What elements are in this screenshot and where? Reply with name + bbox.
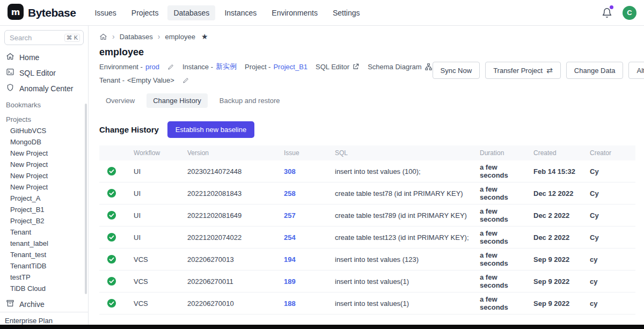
cell-version: 20230214072448: [183, 160, 280, 182]
cell-sql: create table test789 (id int PRIMARY KEY…: [331, 204, 475, 226]
instance-link[interactable]: 新实例: [216, 62, 237, 71]
success-check-icon: [107, 276, 116, 286]
sidebar-project-project-b1[interactable]: Project_B1: [0, 204, 88, 215]
project-link[interactable]: Project_B1: [273, 63, 308, 71]
sidebar-project-testtp[interactable]: testTP: [0, 272, 88, 283]
bytebase-logo[interactable]: m Bytebase: [8, 4, 76, 22]
tab-overview[interactable]: Overview: [99, 93, 141, 108]
environment-link[interactable]: prod: [145, 63, 159, 71]
home-breadcrumb-icon[interactable]: [99, 33, 107, 41]
issue-link[interactable]: 258: [284, 189, 296, 198]
cell-created: Dec 2 2022: [529, 226, 586, 248]
cell-creator: Cy: [586, 182, 635, 204]
sidebar-project-new-project[interactable]: New Project: [0, 159, 88, 170]
column-header: Version: [183, 145, 280, 160]
sidebar-item-anomaly-center[interactable]: Anomaly Center: [0, 81, 88, 96]
brand-name: Bytebase: [28, 6, 76, 19]
issue-link[interactable]: 308: [284, 167, 296, 176]
nav-item-issues[interactable]: Issues: [89, 5, 122, 20]
sidebar-project-githubvcs[interactable]: GitHubVCS: [0, 125, 88, 136]
schema-diagram-icon: [425, 63, 433, 71]
issue-link[interactable]: 194: [284, 255, 296, 264]
sync-now-button[interactable]: Sync Now: [433, 62, 480, 79]
page-body: Search ⌘ K Home SQL Editor Anomaly Cente…: [0, 26, 644, 329]
sidebar-project-new-project[interactable]: New Project: [0, 181, 88, 193]
history-row[interactable]: UI20221202074022254create table test123 …: [99, 226, 635, 248]
bottom-edge-bar: [0, 325, 644, 329]
instance-meta: Instance - 新实例: [182, 62, 237, 71]
history-row[interactable]: UI20221202081649257create table test789 …: [99, 204, 635, 226]
column-header: Workflow: [129, 145, 183, 160]
notification-bell-icon[interactable]: [601, 7, 613, 19]
history-row[interactable]: UI20221202081843258create table test78 (…: [99, 182, 635, 204]
topbar: m Bytebase IssuesProjectsDatabasesInstan…: [0, 0, 644, 26]
nav-item-settings[interactable]: Settings: [327, 5, 366, 20]
nav-item-databases[interactable]: Databases: [167, 5, 215, 20]
tab-backup-and-restore[interactable]: Backup and restore: [213, 93, 287, 108]
establish-baseline-button[interactable]: Establish new baseline: [167, 121, 254, 138]
nav-item-projects[interactable]: Projects: [126, 5, 165, 20]
cell-workflow: UI: [129, 182, 183, 204]
sidebar-item-label: Home: [19, 53, 39, 62]
column-header: SQL: [331, 145, 475, 160]
sidebar-scrollbar[interactable]: [85, 104, 87, 294]
success-check-icon: [107, 298, 116, 308]
issue-link[interactable]: 189: [284, 277, 296, 286]
sidebar-project-project-b2[interactable]: Project_B2: [0, 215, 88, 226]
project-list: GitHubVCSMongoDBNew ProjectNew ProjectNe…: [0, 125, 88, 294]
button-label: Transfer Project: [493, 67, 543, 75]
success-check-icon: [107, 210, 116, 220]
sidebar: Search ⌘ K Home SQL Editor Anomaly Cente…: [0, 26, 89, 329]
tab-change-history[interactable]: Change History: [147, 93, 208, 108]
schema-diagram-link[interactable]: Schema Diagram: [368, 63, 432, 71]
nav-item-instances[interactable]: Instances: [218, 5, 262, 20]
database-meta: Environment - prod Instance - 新实例 Projec…: [99, 62, 433, 89]
sidebar-item-archive[interactable]: Archive: [0, 296, 88, 312]
alter-schema-button[interactable]: Alter Schema: [628, 62, 644, 79]
shield-icon: [6, 83, 14, 93]
meta-line-2: Tenant - <Empty Value>: [99, 76, 433, 84]
sidebar-project-project-a[interactable]: Project_A: [0, 193, 88, 204]
bookmark-star-icon[interactable]: ★: [201, 32, 208, 41]
edit-tenant-pencil-icon[interactable]: [182, 77, 189, 84]
instance-label: Instance -: [182, 63, 213, 71]
avatar[interactable]: C: [623, 6, 636, 20]
issue-link[interactable]: 257: [284, 211, 296, 220]
issue-link[interactable]: 188: [284, 299, 296, 308]
sql-editor-link[interactable]: SQL Editor: [316, 63, 360, 71]
home-icon: [6, 52, 14, 62]
sidebar-project-tenanttidb[interactable]: TenantTiDB: [0, 260, 88, 272]
cell-duration: a few seconds: [475, 270, 529, 293]
column-header: Created: [529, 145, 586, 160]
sidebar-project-tenant-label[interactable]: tenant_label: [0, 238, 88, 249]
issue-link[interactable]: 254: [284, 233, 296, 242]
sidebar-project-tenant[interactable]: Tenant: [0, 226, 88, 238]
cell-created: Sep 9 2022: [529, 293, 586, 315]
cell-sql: insert into test values(1): [331, 293, 475, 315]
search-input[interactable]: Search ⌘ K: [4, 30, 84, 45]
tab-bar: OverviewChange HistoryBackup and restore: [99, 93, 635, 108]
cell-creator: cy: [586, 270, 635, 293]
transfer-project-button[interactable]: Transfer Project⇄: [485, 62, 561, 79]
sidebar-project-tidb-cloud[interactable]: TiDB Cloud: [0, 283, 88, 294]
history-row[interactable]: VCS202206270013194insert into test value…: [99, 248, 635, 270]
history-row[interactable]: UI20230214072448308insert into test valu…: [99, 160, 635, 182]
cell-workflow: VCS: [129, 293, 183, 315]
sidebar-project-new-project[interactable]: New Project: [0, 170, 88, 181]
breadcrumb-databases[interactable]: Databases: [120, 33, 153, 41]
sidebar-project-mongodb[interactable]: MongoDB: [0, 136, 88, 148]
edit-pencil-icon[interactable]: [167, 63, 174, 70]
nav-item-environments[interactable]: Environments: [266, 5, 324, 20]
change-data-button[interactable]: Change Data: [566, 62, 624, 79]
search-placeholder: Search: [10, 34, 32, 42]
success-check-icon: [107, 188, 116, 198]
breadcrumb-employee: employee: [165, 33, 195, 41]
history-table-head: WorkflowVersionIssueSQLDurationCreatedCr…: [99, 145, 635, 160]
sidebar-item-sql-editor[interactable]: SQL Editor: [0, 65, 88, 81]
history-row[interactable]: VCS202206270010188insert into test value…: [99, 293, 635, 315]
sidebar-project-tenant-test[interactable]: Tenant_test: [0, 249, 88, 260]
sidebar-project-new-project[interactable]: New Project: [0, 148, 88, 159]
sidebar-item-home[interactable]: Home: [0, 49, 88, 65]
history-row[interactable]: VCS202206270011189insert into test value…: [99, 270, 635, 293]
cell-version: 20221202081649: [183, 204, 280, 226]
